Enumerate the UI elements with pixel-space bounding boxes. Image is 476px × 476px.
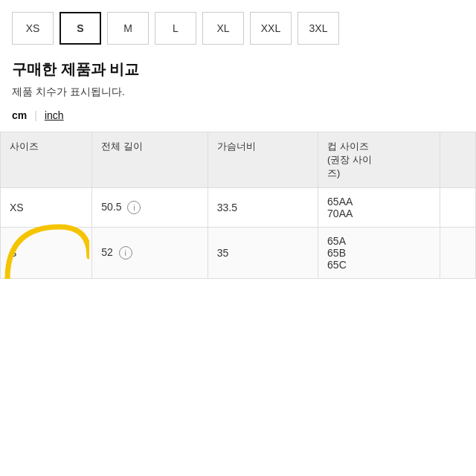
size-btn-l[interactable]: L [155,12,196,45]
header-size: 사이즈 [1,132,92,188]
cell-length-xs: 50.5 i [92,188,208,228]
table-wrapper: 사이즈 전체 길이 가슴너비 컵 사이즈(권장 사이즈) XS 50.5 i 3… [0,132,476,279]
size-table: 사이즈 전체 길이 가슴너비 컵 사이즈(권장 사이즈) XS 50.5 i 3… [0,132,476,279]
table-row-s: S 52 i 35 65A65B65C [1,228,476,279]
section-subtitle: 제품 치수가 표시됩니다. [0,84,476,109]
header-cup-size: 컵 사이즈(권장 사이즈) [318,132,440,188]
size-btn-xl[interactable]: XL [202,12,244,45]
size-btn-3xl[interactable]: 3XL [298,12,339,45]
cell-size-s: S [1,228,92,279]
cell-cup-s: 65A65B65C [318,228,440,279]
size-btn-s[interactable]: S [60,12,101,45]
info-icon-s[interactable]: i [119,246,132,260]
cell-extra-xs [440,188,475,228]
header-extra [440,132,475,188]
size-btn-xs[interactable]: XS [12,12,54,45]
size-btn-xxl[interactable]: XXL [250,12,292,45]
cell-chest-s: 35 [208,228,318,279]
table-row: XS 50.5 i 33.5 65AA70AA [1,188,476,228]
header-total-length: 전체 길이 [92,132,208,188]
unit-cm[interactable]: cm [12,109,27,121]
size-btn-m[interactable]: M [107,12,149,45]
info-icon[interactable]: i [127,201,141,214]
header-chest-width: 가슴너비 [208,132,318,188]
unit-divider: | [34,109,37,121]
cell-cup-xs: 65AA70AA [318,188,440,228]
size-selector: XSSMLXLXXL3XL [0,0,476,54]
unit-toggle: cm | inch [0,109,476,132]
unit-inch[interactable]: inch [45,109,64,121]
cell-length-s: 52 i [92,228,208,279]
cell-extra-s [440,228,475,279]
section-title: 구매한 제품과 비교 [0,54,476,84]
cell-chest-xs: 33.5 [208,188,318,228]
cell-size-xs: XS [1,188,92,228]
